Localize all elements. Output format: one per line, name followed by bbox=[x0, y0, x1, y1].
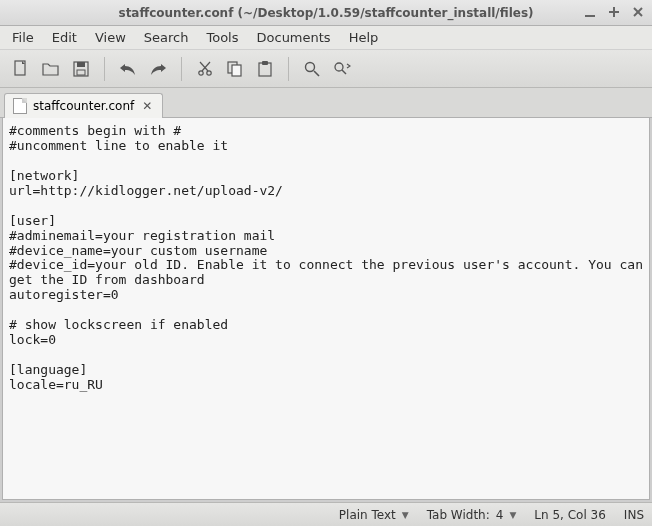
chevron-down-icon: ▼ bbox=[509, 510, 516, 520]
window-controls bbox=[582, 4, 646, 20]
redo-button[interactable] bbox=[145, 56, 171, 82]
minimize-icon[interactable] bbox=[582, 4, 598, 20]
syntax-selector[interactable]: Plain Text ▼ bbox=[339, 508, 409, 522]
maximize-icon[interactable] bbox=[606, 4, 622, 20]
window-title: staffcounter.conf (~/Desktop/1.0.59/staf… bbox=[118, 6, 533, 20]
svg-point-20 bbox=[335, 63, 343, 71]
new-file-button[interactable] bbox=[8, 56, 34, 82]
toolbar-separator bbox=[104, 57, 105, 81]
svg-line-21 bbox=[342, 70, 346, 74]
menu-tools[interactable]: Tools bbox=[198, 27, 246, 48]
menu-view[interactable]: View bbox=[87, 27, 134, 48]
toolbar-separator bbox=[288, 57, 289, 81]
tab-bar: staffcounter.conf ✕ bbox=[0, 88, 652, 118]
copy-button[interactable] bbox=[222, 56, 248, 82]
svg-line-19 bbox=[314, 71, 319, 76]
svg-rect-9 bbox=[77, 70, 85, 75]
status-bar: Plain Text ▼ Tab Width: 4 ▼ Ln 5, Col 36… bbox=[0, 502, 652, 526]
insert-mode: INS bbox=[624, 508, 644, 522]
menu-bar: File Edit View Search Tools Documents He… bbox=[0, 26, 652, 50]
menu-documents[interactable]: Documents bbox=[249, 27, 339, 48]
toolbar bbox=[0, 50, 652, 88]
find-button[interactable] bbox=[299, 56, 325, 82]
toolbar-separator bbox=[181, 57, 182, 81]
cursor-text: Ln 5, Col 36 bbox=[534, 508, 606, 522]
svg-point-10 bbox=[199, 70, 203, 74]
file-icon bbox=[13, 98, 27, 114]
tab-close-icon[interactable]: ✕ bbox=[140, 99, 154, 113]
menu-search[interactable]: Search bbox=[136, 27, 197, 48]
tabwidth-label: Tab Width: bbox=[427, 508, 490, 522]
menu-edit[interactable]: Edit bbox=[44, 27, 85, 48]
svg-point-11 bbox=[207, 70, 211, 74]
tab-label: staffcounter.conf bbox=[33, 99, 134, 113]
paste-button[interactable] bbox=[252, 56, 278, 82]
menu-help[interactable]: Help bbox=[341, 27, 387, 48]
find-replace-button[interactable] bbox=[329, 56, 355, 82]
svg-rect-0 bbox=[585, 15, 595, 17]
save-file-button[interactable] bbox=[68, 56, 94, 82]
svg-rect-2 bbox=[609, 11, 619, 13]
tab-document[interactable]: staffcounter.conf ✕ bbox=[4, 93, 163, 118]
menu-file[interactable]: File bbox=[4, 27, 42, 48]
svg-point-18 bbox=[306, 62, 315, 71]
editor-area[interactable]: #comments begin with # #uncomment line t… bbox=[2, 118, 650, 500]
cursor-position: Ln 5, Col 36 bbox=[534, 508, 606, 522]
tabwidth-value: 4 bbox=[496, 508, 504, 522]
insert-mode-text: INS bbox=[624, 508, 644, 522]
syntax-label: Plain Text bbox=[339, 508, 396, 522]
open-file-button[interactable] bbox=[38, 56, 64, 82]
cut-button[interactable] bbox=[192, 56, 218, 82]
svg-rect-8 bbox=[77, 62, 85, 67]
title-bar: staffcounter.conf (~/Desktop/1.0.59/staf… bbox=[0, 0, 652, 26]
tabwidth-selector[interactable]: Tab Width: 4 ▼ bbox=[427, 508, 517, 522]
chevron-down-icon: ▼ bbox=[402, 510, 409, 520]
close-icon[interactable] bbox=[630, 4, 646, 20]
svg-rect-15 bbox=[232, 65, 241, 76]
svg-rect-17 bbox=[262, 61, 268, 65]
undo-button[interactable] bbox=[115, 56, 141, 82]
